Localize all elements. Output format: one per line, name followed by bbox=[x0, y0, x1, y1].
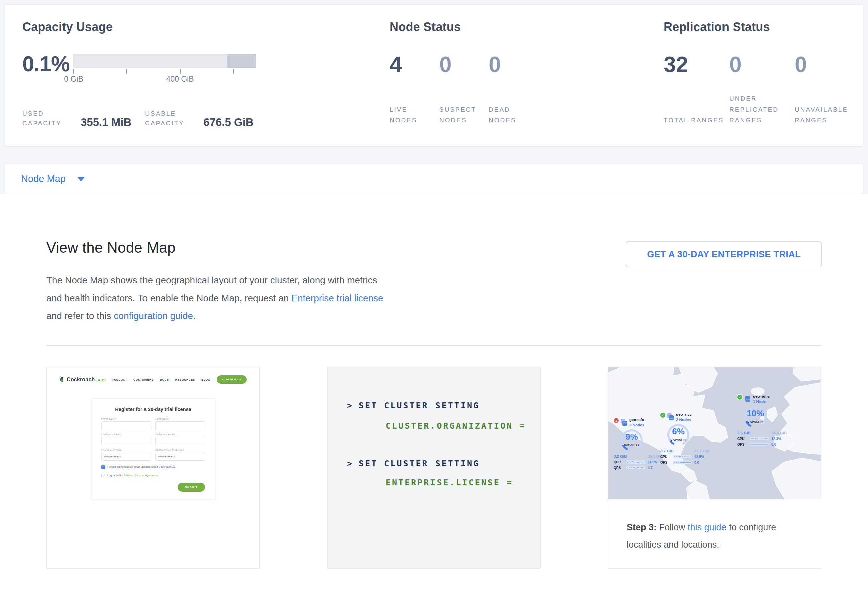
intro-text-2: and refer to this bbox=[46, 310, 114, 321]
cockroach-labs-logo: CockroachLABS bbox=[59, 376, 106, 383]
status-ok-icon bbox=[660, 413, 666, 418]
suspect-nodes-label: SUSPECT NODES bbox=[439, 104, 484, 126]
axis-tick bbox=[127, 69, 127, 74]
last-name-input bbox=[155, 421, 205, 430]
reason-label: REASON FOR INTEREST bbox=[155, 449, 205, 451]
replication-status-title: Replication Status bbox=[664, 20, 863, 34]
agreement-pre-text: I agree to the bbox=[108, 474, 124, 477]
locality-name: geo=sfo bbox=[629, 417, 644, 422]
enterprise-trial-license-link[interactable]: Enterprise trial license bbox=[291, 293, 383, 303]
sql-commands-panel: >SET CLUSTER SETTING CLUSTER.ORGANIZATIO… bbox=[328, 367, 540, 568]
node-status-stats: 4 LIVE NODES 0 SUSPECT NODES 0 DEAD NODE… bbox=[390, 53, 664, 126]
node-map-preview: 1 geo=sfo 2 Nodes bbox=[608, 367, 821, 499]
first-name-input bbox=[102, 421, 151, 430]
mini-site-header: CockroachLABS PRODUCT CUSTOMERS DOCS RES… bbox=[47, 367, 259, 384]
gauge-percent: 10% bbox=[743, 408, 768, 419]
cluster-overview-page: Capacity Usage 0.1% bbox=[0, 0, 868, 593]
total-gib: 34.4 GiB bbox=[771, 431, 787, 435]
intro-text-3: . bbox=[193, 310, 196, 321]
locality-nodes: 2 Nodes bbox=[676, 417, 692, 422]
gauge-percent: 6% bbox=[666, 426, 691, 437]
locality-sfo: 1 geo=sfo 2 Nodes bbox=[614, 417, 667, 469]
capacity-usage-title: Capacity Usage bbox=[22, 20, 390, 34]
reason-select: Please Select bbox=[155, 452, 205, 461]
capacity-gauge: 10% CAPACITY bbox=[743, 404, 768, 430]
unavailable-ranges-label: UNAVAILABLE RANGES bbox=[794, 104, 859, 126]
nav-item-resources: RESOURCES bbox=[175, 378, 195, 381]
cpu-label: CPU bbox=[737, 437, 747, 441]
software-license-link: Software License Agreement. bbox=[124, 474, 159, 477]
first-name-field: FIRST NAME bbox=[102, 418, 151, 430]
cluster-summary-panel: Capacity Usage 0.1% bbox=[5, 4, 863, 147]
used-capacity-label: USED CAPACITY bbox=[22, 109, 67, 128]
axis-tick bbox=[73, 69, 74, 74]
nav-item-blog: BLOG bbox=[201, 378, 210, 381]
live-nodes-stat: 4 LIVE NODES bbox=[390, 53, 439, 126]
cpu-row: CPU 11.0% bbox=[614, 460, 667, 464]
locality-nodes: 1 Node bbox=[753, 399, 769, 405]
intro-text-block: View the Node Map The Node Map shows the… bbox=[46, 240, 384, 325]
qps-sparkline bbox=[750, 443, 769, 446]
qps-sparkline bbox=[626, 466, 645, 469]
qps-value: 0.0 bbox=[694, 460, 714, 464]
qps-row: QPS 0.0 bbox=[660, 460, 714, 464]
this-guide-link[interactable]: this guide bbox=[688, 522, 726, 532]
total-gib: 65.7 GiB bbox=[694, 449, 710, 453]
form-fields-grid: FIRST NAME LAST NAME COMPANY NAME bbox=[102, 415, 205, 461]
step3-caption: Step 3: Follow this guide to configure l… bbox=[608, 499, 821, 553]
dead-nodes-label: DEAD NODES bbox=[489, 104, 534, 126]
locality-name: geo=ams bbox=[753, 394, 769, 399]
company-name-label: COMPANY NAME bbox=[102, 433, 151, 436]
step1-card: CockroachLABS PRODUCT CUSTOMERS DOCS RES… bbox=[46, 366, 260, 569]
sql-cluster-organization: CLUSTER.ORGANIZATION = bbox=[328, 421, 540, 431]
qps-label: QPS bbox=[737, 443, 747, 446]
capacity-bar bbox=[73, 54, 256, 68]
sql-set-cluster-setting-1: SET CLUSTER SETTING bbox=[359, 400, 480, 410]
last-name-field: LAST NAME bbox=[155, 418, 205, 430]
capacity-bar-dark-segment bbox=[227, 54, 256, 68]
company-email-input bbox=[155, 437, 205, 445]
intro-paragraph: The Node Map shows the geographical layo… bbox=[46, 271, 384, 325]
first-name-label: FIRST NAME bbox=[102, 418, 151, 420]
node-map-collapsible-bar[interactable]: Node Map bbox=[5, 163, 863, 194]
locality-ams-names: geo=ams 1 Node bbox=[753, 394, 769, 404]
used-gib: 3.6 GiB bbox=[737, 431, 750, 435]
sql-line-1: >SET CLUSTER SETTING bbox=[328, 400, 540, 410]
reason-field: REASON FOR INTEREST Please Select bbox=[155, 449, 205, 461]
sql-line-3: >SET CLUSTER SETTING bbox=[328, 459, 540, 468]
qps-value: 4.7 bbox=[648, 466, 667, 469]
configuration-guide-link[interactable]: configuration guide bbox=[114, 310, 193, 321]
qps-label: QPS bbox=[660, 461, 670, 464]
axis-label-zero: 0 GiB bbox=[64, 75, 83, 84]
under-replicated-value: 0 bbox=[729, 53, 794, 75]
locality-name: geo=nyc bbox=[676, 412, 692, 417]
gauge-capacity-label: CAPACITY bbox=[619, 443, 644, 447]
status-ok-icon bbox=[737, 394, 742, 400]
cpu-row: CPU 42.5% bbox=[660, 455, 714, 459]
sql-prompt: > bbox=[347, 459, 353, 468]
unavailable-ranges-value: 0 bbox=[794, 53, 860, 75]
axis-tick bbox=[233, 69, 234, 74]
capacity-values-row: USED CAPACITY 355.1 MiB USABLE CAPACITY … bbox=[22, 109, 390, 128]
capacity-axis-labels: 0 GiB 400 GiB bbox=[73, 75, 256, 85]
company-name-input bbox=[102, 437, 151, 445]
db-node-icon bbox=[744, 395, 751, 403]
license-agreement-text: I agree to the Software License Agreemen… bbox=[108, 474, 159, 477]
suspect-nodes-value: 0 bbox=[439, 53, 489, 75]
status-warning-icon: 1 bbox=[614, 418, 619, 423]
cpu-sparkline bbox=[673, 455, 692, 458]
capacity-usage-section: Capacity Usage 0.1% bbox=[22, 20, 390, 146]
locality-nyc-names: geo=nyc 2 Nodes bbox=[676, 412, 692, 422]
submit-pill-button: SUBMIT bbox=[177, 483, 205, 491]
nav-item-docs: DOCS bbox=[160, 378, 169, 381]
page-title: View the Node Map bbox=[46, 240, 384, 256]
cpu-value: 42.5% bbox=[694, 455, 714, 459]
download-pill-button: DOWNLOAD bbox=[217, 375, 247, 384]
email-updates-check-row: I would like to receive email updates ab… bbox=[102, 465, 205, 469]
qps-sparkline bbox=[673, 461, 692, 464]
cpu-sparkline bbox=[750, 437, 769, 440]
locality-nyc-header: geo=nyc 2 Nodes bbox=[660, 412, 714, 422]
license-agreement-check-row: I agree to the Software License Agreemen… bbox=[102, 474, 205, 477]
get-enterprise-trial-button[interactable]: GET A 30-DAY ENTERPRISE TRIAL bbox=[626, 241, 822, 268]
gib-values-row: 3.7 GiB 65.7 GiB bbox=[660, 449, 710, 453]
